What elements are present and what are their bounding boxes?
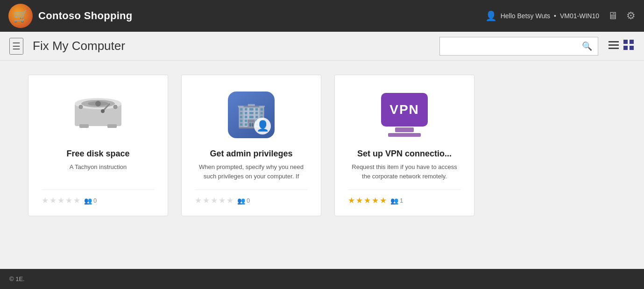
admin-icon: 🏢 👤 <box>228 92 275 138</box>
card-vpn[interactable]: VPN Set up VPN connectio... Request this… <box>334 75 474 216</box>
card-desc-admin: When prompted, specify why you need such… <box>195 162 308 181</box>
card-footer-hdd: ★ ★ ★ ★ ★ 👥 0 <box>42 190 155 205</box>
vpn-icon: VPN <box>381 93 428 137</box>
star-4: ★ <box>372 196 379 205</box>
user-greeting: Hello Betsy Wuts <box>501 12 550 20</box>
svg-rect-16 <box>107 124 117 128</box>
svg-point-12 <box>95 101 101 106</box>
vpn-box: VPN <box>381 93 428 127</box>
star-1: ★ <box>195 196 202 205</box>
star-2: ★ <box>203 196 210 205</box>
svg-rect-15 <box>79 124 89 128</box>
stars-hdd: ★ ★ ★ ★ ★ <box>42 196 80 205</box>
svg-rect-6 <box>630 46 634 50</box>
star-5: ★ <box>380 196 387 205</box>
svg-rect-1 <box>609 44 619 46</box>
star-5: ★ <box>226 196 234 205</box>
rating-users-icon: 👥 <box>390 197 398 204</box>
search-button[interactable]: 🔍 <box>582 41 592 51</box>
hdd-icon <box>68 91 128 140</box>
svg-point-14 <box>101 109 105 113</box>
user-area: 👤 Hello Betsy Wuts • VM01-WIN10 🖥 ⚙ <box>485 10 636 22</box>
app-title: Contoso Shopping <box>38 10 133 22</box>
rating-count-vpn: 👥 1 <box>390 197 403 204</box>
vpn-stand <box>395 127 414 132</box>
settings-icon[interactable]: ⚙ <box>626 10 636 22</box>
card-image-admin: 🏢 👤 <box>221 89 282 141</box>
menu-button[interactable]: ☰ <box>9 38 23 55</box>
user-info: 👤 Hello Betsy Wuts • VM01-WIN10 <box>485 10 599 21</box>
search-icon: 🔍 <box>582 42 592 51</box>
separator: • <box>554 12 556 20</box>
rating-count-hdd: 👥 0 <box>84 197 97 204</box>
grid-view-icon <box>623 40 634 50</box>
card-footer-admin: ★ ★ ★ ★ ★ 👥 0 <box>195 190 308 205</box>
app-logo: 🛒 <box>8 4 33 28</box>
grid-view-button[interactable] <box>623 39 635 54</box>
card-title-hdd: Free disk space <box>66 149 129 159</box>
svg-point-18 <box>113 105 117 109</box>
star-4: ★ <box>219 196 226 205</box>
card-free-disk-space[interactable]: Free disk space A Tachyon instruction ★ … <box>28 75 168 216</box>
card-footer-vpn: ★ ★ ★ ★ ★ 👥 1 <box>348 190 461 205</box>
rating-count-admin: 👥 0 <box>237 197 250 204</box>
svg-rect-2 <box>609 48 619 49</box>
cart-icon: 🛒 <box>13 9 28 23</box>
star-3: ★ <box>211 196 218 205</box>
card-title-admin: Get admin privileges <box>210 149 292 159</box>
star-4: ★ <box>65 196 72 205</box>
star-1: ★ <box>42 196 49 205</box>
card-image-vpn: VPN <box>374 89 435 141</box>
card-admin-privileges[interactable]: 🏢 👤 Get admin privileges When prompted, … <box>181 75 321 216</box>
svg-rect-5 <box>623 46 628 50</box>
list-view-button[interactable] <box>608 39 620 54</box>
vpn-base <box>388 133 421 137</box>
brand-area: 🛒 Contoso Shopping <box>8 4 133 28</box>
stars-vpn: ★ ★ ★ ★ ★ <box>348 196 387 205</box>
card-title-vpn: Set up VPN connectio... <box>357 149 452 159</box>
main-content: Free disk space A Tachyon instruction ★ … <box>0 61 644 261</box>
search-input[interactable] <box>446 42 582 50</box>
page-title: Fix My Computer <box>33 39 430 53</box>
rating-users-icon: 👥 <box>84 197 92 204</box>
machine-name: VM01-WIN10 <box>560 12 599 20</box>
card-desc-hdd: A Tachyon instruction <box>70 162 127 181</box>
card-desc-vpn: Request this item if you have to access … <box>348 162 461 181</box>
list-view-icon <box>609 41 619 49</box>
copyright: © 1E. <box>9 275 25 282</box>
svg-point-17 <box>79 105 83 109</box>
svg-rect-3 <box>623 40 628 44</box>
top-navigation: 🛒 Contoso Shopping 👤 Hello Betsy Wuts • … <box>0 0 644 32</box>
subheader: ☰ Fix My Computer 🔍 <box>0 32 644 61</box>
svg-rect-4 <box>630 40 634 44</box>
footer: © 1E. <box>0 269 644 289</box>
star-3: ★ <box>57 196 64 205</box>
monitor-icon[interactable]: 🖥 <box>608 10 618 22</box>
star-1: ★ <box>348 196 355 205</box>
person-icon: 👤 <box>254 118 271 134</box>
star-2: ★ <box>356 196 363 205</box>
cards-grid: Free disk space A Tachyon instruction ★ … <box>28 75 616 216</box>
svg-rect-0 <box>609 41 619 42</box>
star-3: ★ <box>364 196 371 205</box>
star-5: ★ <box>73 196 80 205</box>
rating-users-icon: 👥 <box>237 197 245 204</box>
user-icon: 👤 <box>485 10 497 21</box>
search-bar: 🔍 <box>439 37 598 56</box>
star-2: ★ <box>50 196 57 205</box>
stars-admin: ★ ★ ★ ★ ★ <box>195 196 234 205</box>
card-image-hdd <box>68 89 128 141</box>
view-toggle <box>608 39 635 54</box>
